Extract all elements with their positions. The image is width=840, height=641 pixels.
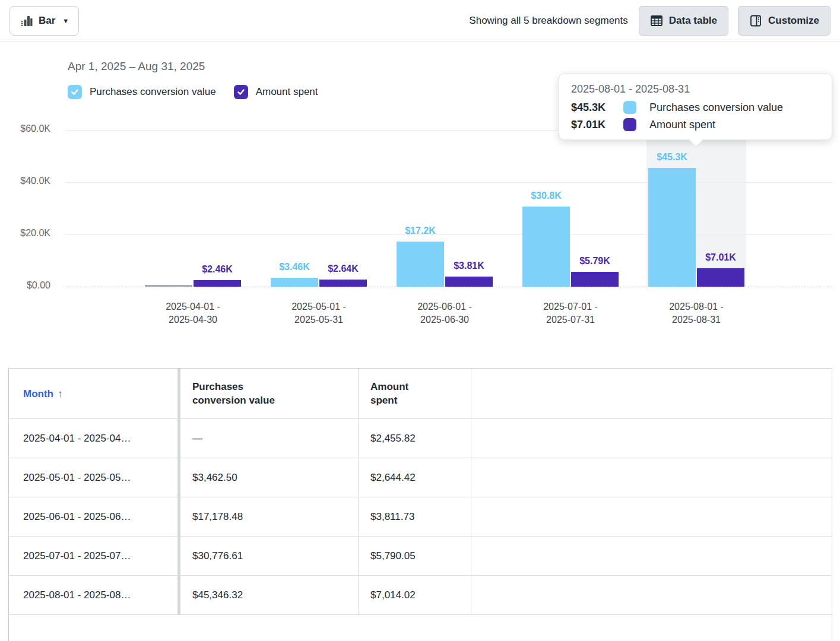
table-cell-empty — [471, 537, 832, 576]
gridline — [65, 234, 832, 235]
table-cell-amount-spent: $5,790.05 — [358, 537, 471, 576]
table-cell-amount-spent: $3,811.73 — [358, 497, 471, 537]
table-cell-amount-spent: $7,014.02 — [358, 576, 471, 615]
chart-type-dropdown[interactable]: Bar ▼ — [9, 6, 79, 36]
table-cell-empty — [471, 419, 832, 458]
tooltip-title: 2025-08-01 - 2025-08-31 — [571, 83, 820, 96]
bar-spent[interactable] — [571, 272, 619, 287]
customize-panel-icon — [749, 14, 762, 27]
table-cell-amount-spent: $2,455.82 — [358, 419, 471, 458]
tooltip-value: $45.3K — [571, 101, 623, 114]
table-cell-purchases: $45,346.32 — [180, 576, 358, 615]
table-cell-month: 2025-06-01 - 2025-06… — [9, 497, 177, 537]
chart-tooltip: 2025-08-01 - 2025-08-31 $45.3K Purchases… — [559, 73, 832, 140]
bar-value-label: $2.46K — [170, 264, 265, 275]
toolbar: Bar ▼ Showing all 5 breakdown segments D… — [0, 0, 840, 42]
bar-purchases[interactable] — [397, 242, 444, 287]
bar-purchases[interactable] — [522, 207, 570, 287]
bar-value-label: $3.46K — [247, 262, 342, 272]
table-cell-purchases: $17,178.48 — [180, 497, 358, 537]
data-table-label: Data table — [669, 15, 717, 27]
legend-item-amount-spent[interactable]: Amount spent — [234, 85, 318, 99]
checkbox-checked-icon[interactable] — [68, 85, 82, 99]
y-axis-tick-label: $40.0K — [0, 176, 50, 186]
bar-spent[interactable] — [445, 277, 493, 287]
table-cell-month: 2025-04-01 - 2025-04… — [9, 419, 177, 458]
table-cell-month: 2025-05-01 - 2025-05… — [9, 458, 177, 497]
gridline — [65, 182, 832, 183]
x-axis-tick-label: 2025-05-01 - 2025-05-31 — [259, 300, 379, 326]
tooltip-series-label: Amount spent — [649, 119, 715, 131]
checkbox-checked-icon[interactable] — [234, 85, 248, 99]
table-grid-icon — [650, 14, 663, 27]
month-header-label: Month — [23, 387, 53, 401]
legend-item-purchases[interactable]: Purchases conversion value — [68, 85, 216, 99]
legend-label: Amount spent — [256, 86, 318, 98]
column-header-purchases[interactable]: Purchasesconversion value — [180, 369, 358, 419]
legend-label: Purchases conversion value — [90, 86, 216, 98]
bar-value-label: $17.2K — [373, 226, 468, 236]
chevron-down-icon: ▼ — [62, 17, 69, 24]
column-header-amount-spent[interactable]: Amountspent — [358, 369, 471, 419]
table-cell-purchases: $3,462.50 — [180, 458, 358, 497]
no-data-dash — [145, 285, 192, 287]
table-cell-purchases: $30,776.61 — [180, 537, 358, 576]
bar-value-label: $2.64K — [296, 264, 391, 274]
tooltip-row: $7.01K Amount spent — [571, 118, 820, 131]
x-axis-tick-label: 2025-04-01 - 2025-04-30 — [133, 300, 253, 326]
column-header-empty — [471, 369, 832, 419]
y-axis-tick-label: $0.00 — [0, 280, 50, 291]
bar-spent[interactable] — [194, 280, 241, 287]
y-axis-tick-label: $20.0K — [0, 228, 50, 239]
bar-purchases[interactable] — [648, 168, 696, 287]
x-axis-tick-label: 2025-08-01 - 2025-08-31 — [636, 300, 756, 326]
table-cell-month: 2025-08-01 - 2025-08… — [9, 576, 177, 615]
table-cell-purchases: — — [180, 419, 358, 458]
series-color-chip — [623, 101, 636, 114]
breakdown-status-text: Showing all 5 breakdown segments — [469, 15, 627, 27]
table-cell-empty — [471, 497, 832, 537]
data-table-button[interactable]: Data table — [639, 6, 728, 36]
bar-chart-icon — [20, 14, 33, 27]
table-cell-empty — [471, 576, 832, 615]
chart-date-range: Apr 1, 2025 – Aug 31, 2025 — [68, 60, 205, 73]
bar-value-label: $30.8K — [499, 191, 594, 201]
tooltip-row: $45.3K Purchases conversion value — [571, 101, 820, 114]
tooltip-value: $7.01K — [571, 119, 623, 131]
series-color-chip — [623, 118, 636, 131]
customize-label: Customize — [768, 15, 819, 27]
bar-value-label: $45.3K — [625, 152, 719, 163]
chart-legend: Purchases conversion value Amount spent — [68, 85, 318, 99]
bar-purchases[interactable] — [271, 278, 318, 287]
bar-spent[interactable] — [319, 280, 367, 287]
tooltip-series-label: Purchases conversion value — [649, 101, 783, 114]
table-cell-month: 2025-07-01 - 2025-07… — [9, 537, 177, 576]
data-table: Month↑Purchasesconversion valueAmountspe… — [8, 368, 832, 641]
customize-button[interactable]: Customize — [738, 6, 831, 36]
table-cell-empty — [471, 458, 832, 497]
gridline — [65, 287, 832, 287]
column-header-month[interactable]: Month↑ — [9, 369, 177, 419]
bar-spent[interactable] — [697, 268, 744, 287]
table-footer-area — [9, 615, 832, 641]
toolbar-right: Showing all 5 breakdown segments Data ta… — [469, 6, 831, 36]
table-cell-amount-spent: $2,644.42 — [358, 458, 471, 497]
x-axis-tick-label: 2025-06-01 - 2025-06-30 — [385, 300, 505, 326]
sort-ascending-icon: ↑ — [58, 387, 63, 401]
y-axis-tick-label: $60.0K — [0, 123, 50, 134]
chart-type-label: Bar — [39, 15, 55, 27]
x-axis-tick-label: 2025-07-01 - 2025-07-31 — [511, 300, 630, 326]
